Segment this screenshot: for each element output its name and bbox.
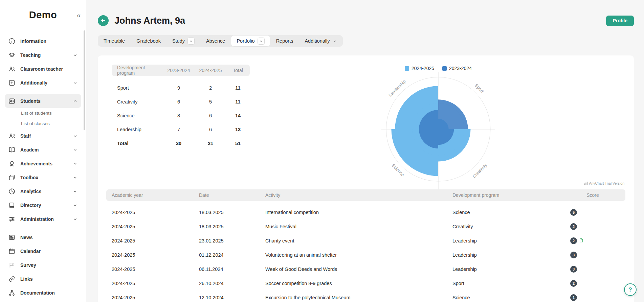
sidebar-item-label: Administration: [20, 216, 54, 222]
tab-reports[interactable]: Reports: [270, 35, 299, 47]
hierarchy-icon: [8, 289, 16, 297]
tab-timetable[interactable]: Timetable: [98, 35, 131, 47]
summary-row: Leadership 7 6 13: [112, 122, 250, 136]
legend-swatch: [405, 66, 409, 71]
toolbox-icon: [8, 174, 16, 181]
score-badge: 3: [570, 252, 577, 258]
tab-label: Gradebook: [136, 38, 161, 44]
classroom-teacher-icon: [8, 65, 16, 73]
chevron-down-icon: [258, 38, 265, 45]
sidebar-item-teaching[interactable]: Teaching: [5, 48, 81, 62]
sidebar-item-directory[interactable]: Directory: [5, 198, 81, 212]
profile-button[interactable]: Profile: [606, 16, 634, 26]
staff-icon: [8, 132, 16, 140]
sidebar-item-students[interactable]: Students: [5, 94, 81, 108]
tab-label: Timetable: [104, 38, 125, 44]
sidebar-item-label: Calendar: [20, 249, 41, 254]
legend-item-2024-2025[interactable]: 2024-2025: [405, 66, 434, 71]
sidebar-item-additionally[interactable]: Additionally: [5, 76, 81, 90]
sidebar-subitem-list-of-classes[interactable]: List of classes: [5, 118, 81, 129]
summary-row: Sport 9 2 11: [112, 81, 250, 95]
table-row[interactable]: 2024-2025 26.10.2024 Soccer competition …: [106, 276, 625, 291]
directory-icon: [8, 202, 16, 209]
summary-table: Development program 2023-2024 2024-2025 …: [112, 65, 250, 150]
sidebar-item-calendar[interactable]: Calendar: [5, 244, 81, 258]
svg-text:Leadership: Leadership: [388, 79, 407, 98]
chevron-down-icon: [72, 175, 78, 180]
sidebar-item-information[interactable]: Information: [5, 34, 81, 48]
legend-item-2023-2024[interactable]: 2023-2024: [442, 66, 472, 71]
legend-label: 2023-2024: [449, 66, 472, 71]
sidebar-item-achievements[interactable]: Achievements: [5, 157, 81, 170]
news-icon: [8, 234, 16, 241]
sidebar-item-label: Links: [20, 276, 33, 282]
sidebar-item-toolbox[interactable]: Toolbox: [5, 170, 81, 184]
chart-watermark-icon: [584, 182, 588, 185]
sidebar-collapse-icon[interactable]: «: [77, 11, 81, 19]
score-badge: 3: [570, 266, 577, 273]
tab-bar: Timetable Gradebook Study Absence Portfo…: [98, 35, 343, 47]
table-row[interactable]: 2024-2025 18.03.2025 Music Festival Crea…: [106, 219, 625, 234]
table-row[interactable]: 2024-2025 06.11.2024 Week of Good Deeds …: [106, 262, 625, 276]
table-row[interactable]: 2024-2025 23.01.2025 Charity event Leade…: [106, 234, 625, 248]
page-title: Johns Artem, 9a: [114, 16, 185, 26]
table-row[interactable]: 2024-2025 18.03.2025 International compe…: [106, 205, 625, 219]
chart-legend: 2024-2025 2023-2024: [357, 66, 519, 71]
sidebar-item-links[interactable]: Links: [5, 272, 81, 286]
flag-icon: [8, 261, 16, 269]
chevron-down-icon: [72, 161, 78, 166]
sidebar-item-staff[interactable]: Staff: [5, 129, 81, 143]
tab-gradebook[interactable]: Gradebook: [131, 35, 166, 47]
sidebar-item-label: News: [20, 235, 33, 240]
polar-chart: SportCreativityScienceLeadership: [357, 72, 519, 192]
students-icon: [8, 97, 16, 105]
chevron-down-icon: [333, 39, 337, 43]
main-content: Johns Artem, 9a Profile Timetable Gradeb…: [87, 0, 644, 302]
tab-absence[interactable]: Absence: [200, 35, 231, 47]
tab-portfolio-select[interactable]: Portfolio: [231, 35, 270, 47]
app-logo: Demo: [29, 9, 57, 20]
portfolio-card: Development program 2023-2024 2024-2025 …: [98, 55, 634, 302]
chevron-down-icon: [72, 133, 78, 139]
sidebar-scrollbar[interactable]: [84, 30, 85, 130]
score-badge: 1: [570, 294, 577, 301]
table-row[interactable]: 2024-2025 12.10.2024 Excursion to the po…: [106, 291, 625, 302]
teaching-icon: [8, 51, 16, 59]
sidebar-item-label: Achievements: [20, 161, 52, 166]
chevron-down-icon: [187, 38, 195, 45]
tab-additionally[interactable]: Additionally: [299, 35, 342, 47]
help-button[interactable]: ?: [624, 283, 637, 296]
legend-label: 2024-2025: [412, 66, 434, 71]
back-button[interactable]: [98, 15, 109, 26]
sliders-icon: [8, 215, 16, 223]
sidebar-item-news[interactable]: News: [5, 230, 81, 244]
table-row[interactable]: 2024-2025 01.12.2024 Volunteering at an …: [106, 248, 625, 262]
sidebar-item-documentation[interactable]: Documentation: [5, 286, 81, 300]
anychart-watermark[interactable]: AnyChart Trial Version: [584, 181, 624, 185]
info-icon: [8, 38, 16, 45]
col-score: Score: [560, 192, 625, 198]
attachment-file-icon[interactable]: [579, 238, 584, 244]
tab-label: Portfolio: [237, 38, 254, 44]
chevron-down-icon: [72, 52, 78, 58]
sidebar-subitem-list-of-students[interactable]: List of students: [5, 108, 81, 118]
sidebar-item-label: Classroom teacher: [20, 66, 63, 72]
tab-study-select[interactable]: Study: [166, 35, 200, 47]
svg-text:Creativity: Creativity: [471, 162, 488, 179]
summary-row: Science 8 6 14: [112, 109, 250, 122]
score-badge: 5: [570, 209, 577, 216]
sidebar-item-administration[interactable]: Administration: [5, 212, 81, 226]
col-development-program: Development program: [448, 192, 560, 198]
col-development-program: Development program: [112, 65, 162, 76]
tab-label: Absence: [206, 38, 225, 44]
sidebar-item-survey[interactable]: Survey: [5, 258, 81, 272]
sidebar-nav: Information Teaching Classroom teacher A…: [0, 27, 86, 300]
activities-table: Academic year Date Activity Development …: [106, 189, 625, 302]
sidebar-item-classroom-teacher[interactable]: Classroom teacher: [5, 62, 81, 76]
sidebar-item-label: Students: [20, 98, 41, 104]
sidebar-item-analytics[interactable]: Analytics: [5, 184, 81, 198]
sidebar-item-label: Survey: [20, 262, 36, 268]
sidebar-item-academ[interactable]: Academ: [5, 143, 81, 157]
col-total: Total: [226, 68, 250, 73]
chevron-down-icon: [72, 203, 78, 208]
